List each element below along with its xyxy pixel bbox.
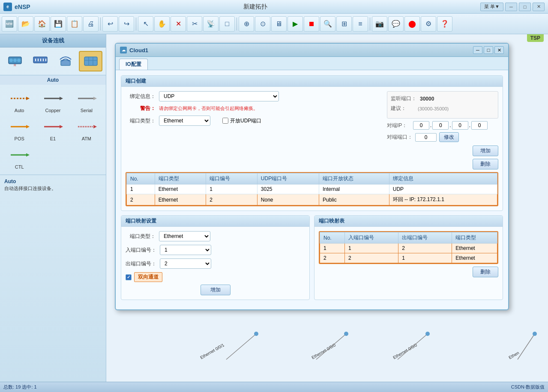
- table-row[interactable]: 2 Ethernet 2 None Public 环回 -- IP: 172.1…: [127, 194, 497, 205]
- close-button[interactable]: ✕: [533, 3, 545, 11]
- modify-button[interactable]: 修改: [439, 132, 459, 142]
- toolbar-sep-4: [370, 18, 370, 30]
- map-delete-row: 删除: [319, 267, 498, 277]
- cloud1-dialog: ☁ Cloud1 ─ □ ✕ IO配置 端口创建: [115, 43, 509, 310]
- stop-button[interactable]: ⏹: [304, 16, 319, 32]
- hand-button[interactable]: ✋: [154, 16, 170, 32]
- ethernet-label-1: Ethernet 0/0/1: [199, 342, 225, 360]
- save-button[interactable]: 💾: [51, 16, 66, 32]
- ip-octet-2[interactable]: [432, 121, 449, 130]
- out-port-label: 出端口编号：: [126, 260, 156, 267]
- cloud-icon-item[interactable]: [79, 51, 102, 71]
- dialog-minimize-button[interactable]: ─: [473, 46, 482, 54]
- new-button[interactable]: 🆕: [2, 16, 17, 32]
- cut-button[interactable]: ✂: [187, 16, 202, 32]
- desc-text: 自动选择接口连接设备。: [4, 185, 102, 192]
- port-mapping-settings-section: 端口映射设置 端口类型： Ethernet 入端口编号：: [121, 215, 310, 300]
- camera-button[interactable]: 📷: [372, 16, 387, 32]
- port-add-button[interactable]: 增加: [473, 146, 498, 156]
- rect-button[interactable]: □: [219, 16, 235, 32]
- peer-port-label: 对端端口：: [387, 134, 413, 141]
- home-button[interactable]: 🏠: [34, 16, 50, 32]
- map-delete-button[interactable]: 删除: [473, 267, 498, 277]
- maximize-button[interactable]: □: [519, 3, 531, 11]
- network-button[interactable]: 📡: [203, 16, 219, 32]
- router-icon-item[interactable]: R: [3, 51, 27, 71]
- chat-button[interactable]: 💬: [388, 16, 404, 32]
- cable-copper-item[interactable]: Copper: [37, 88, 69, 115]
- udp-checkbox-row[interactable]: 开放UDP端口: [222, 117, 261, 125]
- table-row[interactable]: 1 Ethernet 1 3025 Internal UDP: [127, 184, 497, 194]
- suggestion-label: 建议：: [391, 105, 414, 112]
- cable-ctl-item[interactable]: CTL: [3, 145, 35, 171]
- mapping-type-select[interactable]: Ethernet: [159, 231, 210, 241]
- toolbar: 🆕 📂 🏠 💾 📋 🖨 ↩ ↪ ↖ ✋ ✕ ✂ 📡 □ ⊕ ⊙ 🖥 ▶ ⏹ 🔍 …: [0, 14, 548, 34]
- table-row[interactable]: 1 1 2 Ethernet: [320, 244, 497, 253]
- port-delete-button[interactable]: 删除: [473, 159, 498, 169]
- dialog-maximize-button[interactable]: □: [484, 46, 493, 54]
- udp-checkbox[interactable]: [222, 118, 228, 124]
- mapping-add-button[interactable]: 增加: [201, 285, 231, 295]
- map-th-in: 入端口编号: [345, 232, 398, 244]
- bind-info-select[interactable]: UDP: [159, 91, 279, 101]
- help-button[interactable]: ❓: [437, 16, 452, 32]
- cable-pos-item[interactable]: POS: [3, 116, 35, 143]
- canvas-area[interactable]: TSP Ethernet 0/0/1 Ethernet 0/0/0 Ethern…: [106, 34, 548, 382]
- firewall-icon: [82, 53, 99, 69]
- copy-button[interactable]: 📋: [67, 16, 82, 32]
- map-th-no: No.: [320, 232, 345, 244]
- svg-marker-22: [26, 153, 30, 157]
- switch-icon-item[interactable]: [29, 51, 52, 71]
- dialog-close-button[interactable]: ✕: [494, 46, 504, 54]
- settings-button[interactable]: ⚙: [421, 16, 436, 32]
- connect-button[interactable]: ⊕: [239, 16, 254, 32]
- wireless-icon-item[interactable]: [54, 51, 78, 71]
- out-port-row: 出端口编号： 2: [126, 258, 305, 269]
- ip-octet-1[interactable]: [413, 121, 429, 130]
- cable-serial-item[interactable]: Serial: [71, 88, 102, 115]
- cable-auto-item[interactable]: Auto: [3, 88, 35, 115]
- suggestion-row: 建议： (30000-35000): [391, 105, 494, 112]
- peer-port-input[interactable]: [415, 133, 437, 142]
- out-port-select[interactable]: 2: [160, 258, 211, 269]
- red-dot-button[interactable]: ⬤: [404, 16, 420, 32]
- menu-button[interactable]: 菜 单▼: [480, 3, 503, 11]
- in-port-select[interactable]: 1: [160, 245, 211, 255]
- undo-button[interactable]: ↩: [102, 16, 118, 32]
- list-button[interactable]: ≡: [353, 16, 368, 32]
- tab-io-config[interactable]: IO配置: [119, 59, 148, 70]
- row1-udp: 3025: [257, 184, 319, 194]
- grid-button[interactable]: ⊞: [336, 16, 352, 32]
- port-table-th-udp: UDP端口号: [257, 173, 319, 184]
- cable-e1-icon: [42, 118, 64, 135]
- port-type-select[interactable]: Ethernet: [159, 116, 210, 126]
- screen-button[interactable]: 🖥: [271, 16, 287, 32]
- peer-info: 对端IP： . . .: [387, 121, 498, 142]
- print-button[interactable]: 🖨: [83, 16, 99, 32]
- svg-point-27: [254, 332, 258, 336]
- delete-button[interactable]: ✕: [171, 16, 186, 32]
- bidirectional-checkbox[interactable]: ✓: [126, 274, 132, 280]
- ip-octet-4[interactable]: [471, 121, 488, 130]
- svg-point-29: [425, 332, 430, 336]
- svg-line-23: [226, 334, 256, 359]
- cable-e1-item[interactable]: E1: [37, 116, 69, 143]
- title-bar-left: e eNSP: [3, 3, 30, 11]
- map-table-header: No. 入端口编号 出端口编号 端口类型: [320, 232, 497, 244]
- open-folder-button[interactable]: 📂: [18, 16, 33, 32]
- play-button[interactable]: ▶: [287, 16, 303, 32]
- cursor-button[interactable]: ↖: [138, 16, 153, 32]
- table-row[interactable]: 2 2 1 Ethernet: [320, 253, 497, 263]
- svg-rect-12: [84, 57, 97, 65]
- link-button[interactable]: ⊙: [255, 16, 270, 32]
- ethernet-label-3: Ethernet 0/0/0: [392, 342, 418, 360]
- minimize-button[interactable]: ─: [505, 3, 517, 11]
- redo-button[interactable]: ↪: [119, 16, 134, 32]
- port-mapping-settings-title: 端口映射设置: [121, 216, 309, 227]
- search-button[interactable]: 🔍: [320, 16, 335, 32]
- map-row2-in: 2: [345, 253, 398, 263]
- ip-octet-3[interactable]: [452, 121, 468, 130]
- cable-atm-item[interactable]: ATM: [71, 116, 102, 143]
- cable-icons: Auto Copper Serial: [0, 85, 106, 175]
- row1-num: 1: [206, 184, 258, 194]
